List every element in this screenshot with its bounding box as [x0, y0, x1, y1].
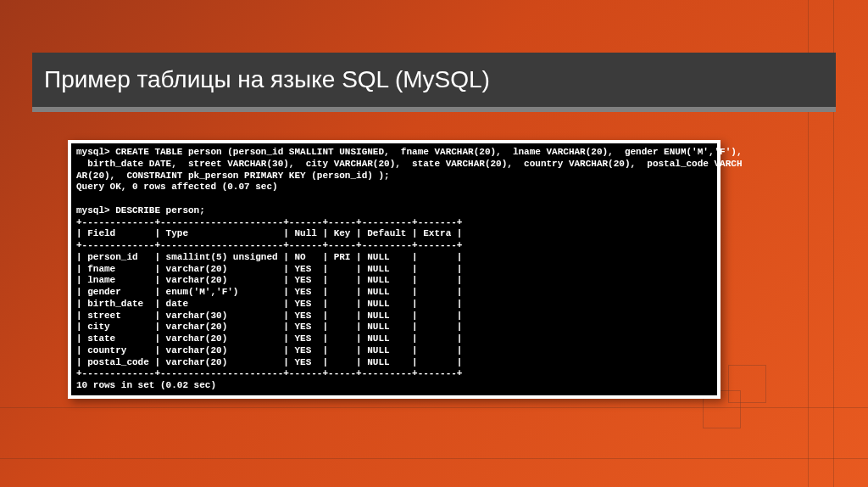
slide-title: Пример таблицы на языке SQL (MySQL)	[44, 66, 490, 93]
decor-line	[0, 458, 868, 459]
terminal-output: mysql> CREATE TABLE person (person_id SM…	[71, 143, 717, 395]
terminal-window: mysql> CREATE TABLE person (person_id SM…	[68, 140, 721, 399]
slide-title-bar: Пример таблицы на языке SQL (MySQL)	[32, 53, 836, 112]
